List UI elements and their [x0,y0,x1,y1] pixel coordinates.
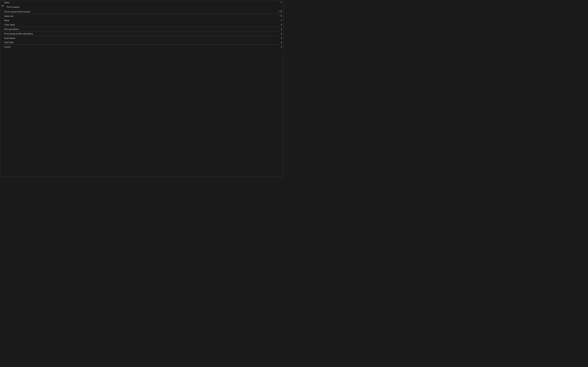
menu-item-label: Put to queue (Fast export) [4,10,30,13]
chevron-right-icon [281,42,282,43]
menu-item-dark-frame[interactable]: Dark-frame [0,36,283,40]
return-icon: ↵ [280,1,282,4]
context-menu: Open ↵ Put to queue Put to queue (Fast e… [0,0,284,177]
menu-item-label: Rank [4,19,9,22]
chevron-right-icon [281,46,282,48]
menu-item-label: Flat-Field [4,41,13,44]
menu-item-label: File operations [4,28,19,30]
shortcut-label: ⇧^B [278,10,282,13]
menu-item-color-label[interactable]: Color label [0,22,283,27]
menu-item-label: Processing profile operations [4,33,33,35]
menu-item-open[interactable]: Open ↵ [0,0,283,4]
menu-item-label: Color label [4,24,15,26]
menu-item-flat-field[interactable]: Flat-Field [0,40,283,44]
chevron-right-icon [281,28,282,30]
menu-item-put-to-queue-fast[interactable]: Put to queue (Fast export) ⇧^B [0,9,283,14]
menu-item-label: Select all [4,15,13,17]
menu-item-label: Cache [4,46,11,48]
chevron-right-icon [281,37,282,39]
menu-item-rank[interactable]: Rank [0,18,283,22]
menu-item-select-all[interactable]: Select all ^A [0,14,283,18]
chevron-right-icon [281,20,282,21]
menu-item-label: Open [4,1,9,4]
menu-item-put-to-queue[interactable]: Put to queue [0,4,283,9]
gears-icon [1,5,6,9]
chevron-right-icon [281,33,282,34]
menu-item-file-operations[interactable]: File operations [0,27,283,31]
menu-item-cache[interactable]: Cache [0,45,283,49]
menu-item-processing-profile-operations[interactable]: Processing profile operations [0,31,283,36]
shortcut-label: ^A [280,15,282,17]
menu-item-label: Put to queue [7,6,19,8]
menu-item-label: Dark-frame [4,37,15,39]
chevron-right-icon [281,24,282,25]
